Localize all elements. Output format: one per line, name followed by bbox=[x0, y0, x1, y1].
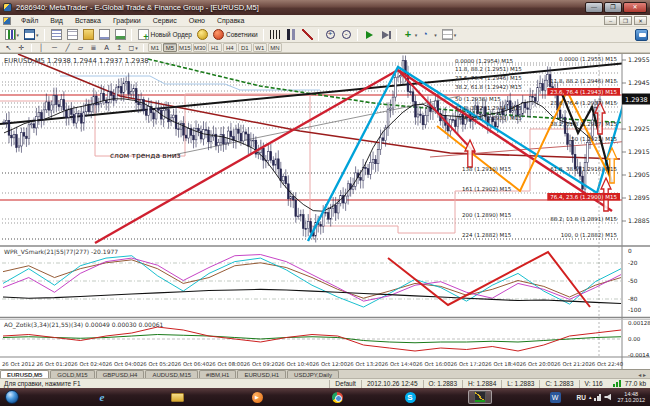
horizontal-line-button[interactable]: ─ bbox=[49, 43, 61, 52]
menu-item-графики[interactable]: Графики bbox=[107, 16, 147, 25]
menu-item-вставка[interactable]: Вставка bbox=[69, 16, 107, 25]
wpr-brown-line bbox=[3, 260, 621, 298]
terminal-button[interactable] bbox=[97, 28, 112, 42]
fib-label-left: 61.8, 38.2 (1.2934) M15 bbox=[455, 105, 522, 111]
expert-advisors-button[interactable]: Советники bbox=[211, 28, 260, 42]
indicators-button[interactable]: ▾ bbox=[401, 28, 420, 42]
templates-button[interactable]: ▾ bbox=[440, 28, 459, 42]
wpr-indicator-pane[interactable]: WPR_VSmark(21|55|77|277) -20.19770-20-50… bbox=[0, 246, 650, 318]
status-datetime: 2012.10.26 12:45 bbox=[361, 380, 423, 388]
menu-item-окно[interactable]: Окно bbox=[183, 16, 211, 25]
dropdown-arrow-icon: ▾ bbox=[135, 45, 138, 51]
profiles-button[interactable]: ▾ bbox=[22, 28, 41, 42]
text-button[interactable]: A bbox=[101, 43, 113, 52]
price-chart[interactable]: 0.0000 (1.2954) M1511.8, 88.2 (1.2951) M… bbox=[0, 54, 650, 370]
dropdown-arrow-icon: ▾ bbox=[415, 32, 418, 38]
metaeditor-icon bbox=[197, 29, 208, 40]
language-indicator[interactable]: RU bbox=[577, 394, 586, 401]
chart-tab-eurusdm5[interactable]: EURUSD,M5 bbox=[0, 370, 49, 378]
ao-axis-label: 0.00 bbox=[628, 336, 641, 342]
auto-scroll-button[interactable] bbox=[362, 28, 377, 42]
timeframe-w1-button[interactable]: W1 bbox=[253, 43, 267, 52]
menu-item-вид[interactable]: Вид bbox=[44, 16, 69, 25]
navigator-button[interactable] bbox=[81, 28, 96, 42]
fibonacci-button-icon: ≣ bbox=[91, 44, 97, 51]
time-axis[interactable]: 26 Oct 201226 Oct 01:2026 Oct 02:4026 Oc… bbox=[2, 361, 624, 367]
skype-taskbar-button[interactable]: S bbox=[398, 390, 422, 404]
word-taskbar-button[interactable]: W bbox=[543, 390, 567, 404]
menu-item-сервис[interactable]: Сервис bbox=[147, 16, 183, 25]
trendline-button[interactable]: ╱ bbox=[62, 43, 74, 52]
dropdown-arrow-icon: ▾ bbox=[36, 32, 39, 38]
mdi-minimize-button[interactable]: – bbox=[604, 16, 617, 25]
strategy-tester-button[interactable] bbox=[113, 28, 128, 42]
timeframe-mn-button[interactable]: MN bbox=[268, 43, 282, 52]
shapes-button-icon: ◻ bbox=[129, 44, 135, 51]
volume-icon[interactable] bbox=[604, 394, 611, 401]
timeframe-d1-button[interactable]: D1 bbox=[238, 43, 252, 52]
new-order-button[interactable]: Новый Ордер bbox=[136, 28, 194, 42]
data-window-button[interactable] bbox=[65, 28, 80, 42]
ao-indicator-pane[interactable]: AO_Zotik(3,34)(21,55)(34) 0.00049 0.0003… bbox=[0, 320, 650, 359]
taskbar-clock[interactable]: 14:48 27.10.2012 bbox=[614, 391, 648, 403]
start-button[interactable] bbox=[5, 390, 19, 404]
auto-scroll-icon bbox=[366, 31, 373, 39]
data-window-icon bbox=[67, 29, 78, 40]
metatrader-taskbar-button[interactable] bbox=[468, 390, 492, 404]
main-chart-region[interactable]: 0.0000 (1.2954) M1511.8, 88.2 (1.2951) M… bbox=[0, 54, 648, 243]
bar-chart-button[interactable] bbox=[268, 28, 283, 42]
chart-tab-gbpusdh4[interactable]: GBPUSD,H4 bbox=[96, 370, 145, 378]
media-player-taskbar-button[interactable]: ▶ bbox=[245, 390, 269, 404]
chart-tab-goldm15[interactable]: GOLD,M15 bbox=[50, 370, 94, 378]
chart-tab-audusdm15[interactable]: AUDUSD,M15 bbox=[145, 370, 198, 378]
fibonacci-button[interactable]: ≣ bbox=[88, 43, 100, 52]
time-tick-label: 26 Oct 04:00 bbox=[106, 361, 141, 367]
fib-label-left: 200 (1.2890) M15 bbox=[462, 212, 512, 218]
timeframe-h4-button[interactable]: H4 bbox=[223, 43, 237, 52]
metaeditor-button[interactable] bbox=[195, 28, 210, 42]
menu-item-справка[interactable]: Справка bbox=[211, 16, 250, 25]
mdi-restore-button[interactable]: ❐ bbox=[619, 16, 632, 25]
explorer-taskbar-button[interactable] bbox=[165, 390, 189, 404]
chart-tab-eurusdh1[interactable]: EURUSD,H1 bbox=[237, 370, 286, 378]
arrows-tool-button[interactable]: ↥ bbox=[114, 43, 126, 52]
chart-shift-button[interactable] bbox=[378, 28, 393, 42]
status-profile[interactable]: Default bbox=[329, 380, 361, 388]
chart-tab-ibmh1[interactable]: #IBM,H1 bbox=[199, 370, 236, 378]
tray-expand-icon[interactable]: ▴ bbox=[589, 394, 592, 400]
vertical-line-button[interactable]: │ bbox=[36, 43, 48, 52]
chrome-taskbar-button[interactable] bbox=[325, 390, 349, 404]
ie-taskbar-button[interactable]: e bbox=[90, 390, 114, 404]
periods-button[interactable]: ▾ bbox=[420, 28, 439, 42]
shapes-button[interactable]: ◻▾ bbox=[127, 43, 140, 52]
channel-button[interactable]: ▱ bbox=[75, 43, 87, 52]
network-icon[interactable] bbox=[594, 394, 601, 401]
candlestick-button[interactable] bbox=[284, 28, 299, 42]
market-watch-button[interactable] bbox=[49, 28, 64, 42]
bar-chart-icon bbox=[270, 30, 281, 39]
time-tick-label: 26 Oct 10:40 bbox=[278, 361, 313, 367]
timeframe-m30-button[interactable]: M30 bbox=[193, 43, 207, 52]
menu-item-файл[interactable]: Файл bbox=[15, 16, 44, 25]
cursor-button[interactable]: ↖ bbox=[3, 43, 15, 52]
timeframe-m1-button[interactable]: M1 bbox=[148, 43, 162, 52]
fib-label-left: 0.0000 (1.2954) M15 bbox=[455, 58, 514, 64]
timeframe-h1-button[interactable]: H1 bbox=[208, 43, 222, 52]
mdi-close-button[interactable]: ✕ bbox=[634, 16, 647, 25]
minimize-button[interactable]: — bbox=[585, 2, 603, 13]
zoom-out-icon bbox=[342, 30, 351, 39]
crosshair-button[interactable]: ✛ bbox=[16, 43, 28, 52]
line-chart-button[interactable] bbox=[300, 28, 315, 42]
close-button[interactable]: ✕ bbox=[623, 2, 647, 13]
new-chart-button[interactable]: ▾ bbox=[3, 28, 22, 42]
zoom-in-button[interactable] bbox=[323, 28, 338, 42]
maximize-button[interactable]: ❐ bbox=[604, 2, 622, 13]
timeframe-m5-button[interactable]: M5 bbox=[163, 43, 177, 52]
timeframe-m15-button[interactable]: M15 bbox=[178, 43, 192, 52]
chart-area[interactable]: 0.0000 (1.2954) M1511.8, 88.2 (1.2951) M… bbox=[0, 53, 650, 369]
zoom-out-button[interactable] bbox=[339, 28, 354, 42]
chart-tab-usdjpydaily[interactable]: USDJPY,Daily bbox=[287, 370, 339, 378]
tab-scroll-arrows[interactable]: ◂ ▸ bbox=[638, 371, 650, 378]
chat-icon[interactable] bbox=[635, 29, 648, 41]
time-tick-label: 26 Oct 22:40 bbox=[589, 361, 624, 367]
